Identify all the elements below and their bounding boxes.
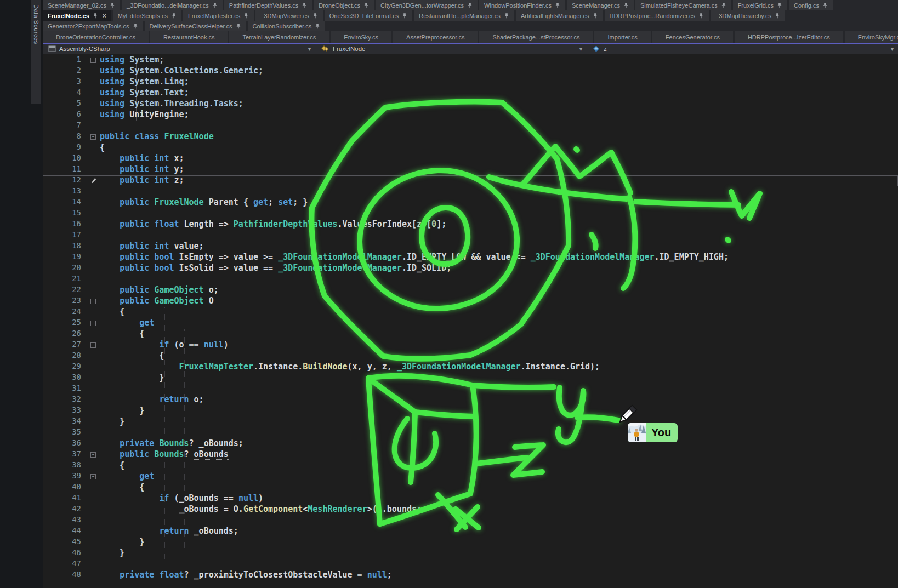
tab-WindowPositionFinder.cs[interactable]: WindowPositionFinder.cs <box>479 0 565 10</box>
tab-FencesGenerator.cs[interactable]: FencesGenerator.cs <box>652 31 733 43</box>
document-tab-strip: SceneManager_02.cs_3DFoundatio...delMana… <box>43 0 898 54</box>
tab-DroneObject.cs[interactable]: DroneObject.cs <box>314 0 374 10</box>
tab-PathfinderDepthValues.cs[interactable]: PathfinderDepthValues.cs <box>224 0 312 10</box>
tab-label: FencesGenerator.cs <box>666 34 720 41</box>
line-number: 42 <box>43 504 87 515</box>
tab-EnviroSky.cs[interactable]: EnviroSky.cs <box>331 31 391 43</box>
tab-label: AssetPreprocessor.cs <box>406 34 464 41</box>
pin-icon[interactable] <box>775 13 780 19</box>
tab-label: MyEditorScripts.cs <box>118 13 168 19</box>
tab-label: FruxelNode.cs <box>48 13 89 19</box>
pin-icon[interactable] <box>133 23 138 29</box>
tab-Importer.cs[interactable]: Importer.cs <box>594 31 650 43</box>
tab-HDRPPostproc...Randomizer.cs[interactable]: HDRPPostproc...Randomizer.cs <box>605 10 709 21</box>
line-number: 38 <box>43 460 87 471</box>
breadcrumb-type-label: FruxelNode <box>333 45 365 52</box>
fold-gutter <box>87 142 100 153</box>
code-text: get <box>100 471 154 482</box>
code-line: 25− get <box>43 318 898 329</box>
fold-marker[interactable]: − <box>87 340 100 351</box>
chevron-down-icon[interactable]: ▾ <box>308 46 315 52</box>
fold-marker[interactable]: − <box>87 471 100 482</box>
fold-marker[interactable]: − <box>87 449 100 460</box>
tab-FruxelGrid.cs[interactable]: FruxelGrid.cs <box>733 0 787 10</box>
code-line: 32 return o; <box>43 395 898 406</box>
pin-icon[interactable] <box>315 23 320 29</box>
code-text: public GameObject O <box>100 296 214 307</box>
tab-_3DFoundatio...delManager.cs[interactable]: _3DFoundatio...delManager.cs <box>122 0 223 10</box>
pin-icon[interactable] <box>212 2 218 8</box>
tab-AssetPreprocessor.cs[interactable]: AssetPreprocessor.cs <box>393 31 478 43</box>
pin-icon[interactable] <box>171 13 177 19</box>
line-number: 41 <box>43 493 87 504</box>
data-sources-tool-tab[interactable]: Data Sources <box>31 0 41 104</box>
tab-Config.cs[interactable]: Config.cs <box>789 0 833 10</box>
pin-icon[interactable] <box>402 13 407 19</box>
pin-icon[interactable] <box>593 13 598 19</box>
code-line: 27− if (o == null) <box>43 340 898 351</box>
chevron-down-icon[interactable]: ▾ <box>579 46 587 52</box>
pin-icon[interactable] <box>777 2 782 8</box>
pin-icon[interactable] <box>822 2 828 8</box>
pin-icon[interactable] <box>467 2 473 8</box>
pin-icon[interactable] <box>363 2 369 8</box>
pin-icon[interactable] <box>110 2 115 8</box>
breadcrumb-type-dropdown[interactable]: FruxelNode ▾ <box>315 44 587 54</box>
tab-_3DMapViewer.cs[interactable]: _3DMapViewer.cs <box>255 10 322 21</box>
fold-gutter <box>87 329 100 340</box>
pin-icon[interactable] <box>698 13 704 19</box>
tab-SceneManager.cs[interactable]: SceneManager.cs <box>567 0 634 10</box>
code-text: public FruxelNode Parent { get; set; } <box>100 197 308 208</box>
tab-DeliverySurfaceClassHelper.cs[interactable]: DeliverySurfaceClassHelper.cs <box>145 21 246 31</box>
tab-SceneManager_02.cs[interactable]: SceneManager_02.cs <box>43 0 120 10</box>
tab-label: RestaurantHo...pleManager.cs <box>419 13 501 19</box>
tab-RestaurantHo...pleManager.cs[interactable]: RestaurantHo...pleManager.cs <box>414 10 514 21</box>
fold-marker[interactable]: − <box>87 55 100 66</box>
code-line: 31 <box>43 384 898 395</box>
close-icon[interactable]: × <box>103 13 106 19</box>
tab-TerrainLayerRandomizer.cs[interactable]: TerrainLayerRandomizer.cs <box>229 31 329 43</box>
tab-EnviroSkyMgr.cs[interactable]: EnviroSkyMgr.cs <box>845 31 898 43</box>
tab-label: OneSec3D_FileFormat.cs <box>329 13 399 19</box>
tab-FruxelNode.cs[interactable]: FruxelNode.cs× <box>43 10 111 21</box>
tab-_3DMapHierarchy.cs[interactable]: _3DMapHierarchy.cs <box>711 10 785 21</box>
tab-ShaderPackage...stProcessor.cs[interactable]: ShaderPackage...stProcessor.cs <box>479 31 593 43</box>
tab-OneSec3D_FileFormat.cs[interactable]: OneSec3D_FileFormat.cs <box>325 10 413 21</box>
tab-CollisionSubscriber.cs[interactable]: CollisionSubscriber.cs <box>248 21 326 31</box>
breadcrumb-project-dropdown[interactable]: Assembly-CSharp ▾ <box>43 44 315 54</box>
pin-icon[interactable] <box>302 2 307 8</box>
fold-marker[interactable]: − <box>87 296 100 307</box>
pin-icon[interactable] <box>504 13 509 19</box>
tab-FruxelMapTester.cs[interactable]: FruxelMapTester.cs <box>183 10 254 21</box>
tab-CityGen3DGen...torWrapper.cs[interactable]: CityGen3DGen...torWrapper.cs <box>376 0 478 10</box>
line-number: 12 <box>43 175 87 186</box>
pin-icon[interactable] <box>721 2 726 8</box>
pin-icon[interactable] <box>555 2 560 8</box>
line-number: 17 <box>43 230 87 241</box>
tab-DroneOrientationController.cs[interactable]: DroneOrientationController.cs <box>43 31 149 43</box>
pin-icon[interactable] <box>93 13 98 19</box>
chevron-down-icon[interactable]: ▾ <box>891 46 898 52</box>
tab-Generator2ExportMapTools.cs[interactable]: Generator2ExportMapTools.cs <box>43 21 143 31</box>
tab-label: Config.cs <box>794 2 819 9</box>
tab-ArtificialLightsManager.cs[interactable]: ArtificialLightsManager.cs <box>516 10 603 21</box>
line-number: 9 <box>43 142 87 153</box>
tab-SimulatedFisheyeCamera.cs[interactable]: SimulatedFisheyeCamera.cs <box>635 0 731 10</box>
line-number: 32 <box>43 395 87 406</box>
code-line: 6using UnityEngine; <box>43 110 898 121</box>
fold-marker[interactable]: − <box>87 318 100 329</box>
tab-RestaurantHook.cs[interactable]: RestaurantHook.cs <box>150 31 228 43</box>
pin-icon[interactable] <box>623 2 629 8</box>
breadcrumb-member-dropdown[interactable]: z ▾ <box>587 44 898 54</box>
line-number: 24 <box>43 307 87 318</box>
tab-HDRPPostproce...izerEditor.cs[interactable]: HDRPPostproce...izerEditor.cs <box>735 31 843 43</box>
fold-marker[interactable]: − <box>87 132 100 142</box>
pin-icon[interactable] <box>312 13 318 19</box>
pin-icon[interactable] <box>236 23 241 29</box>
code-editor[interactable]: 1−using System;2using System.Collections… <box>43 55 898 588</box>
tab-MyEditorScripts.cs[interactable]: MyEditorScripts.cs <box>113 10 181 21</box>
tab-label: HDRPPostproc...Randomizer.cs <box>610 13 696 19</box>
pin-icon[interactable] <box>243 13 249 19</box>
code-line: 46 } <box>43 548 898 559</box>
presenter-label-text: You <box>651 426 671 439</box>
